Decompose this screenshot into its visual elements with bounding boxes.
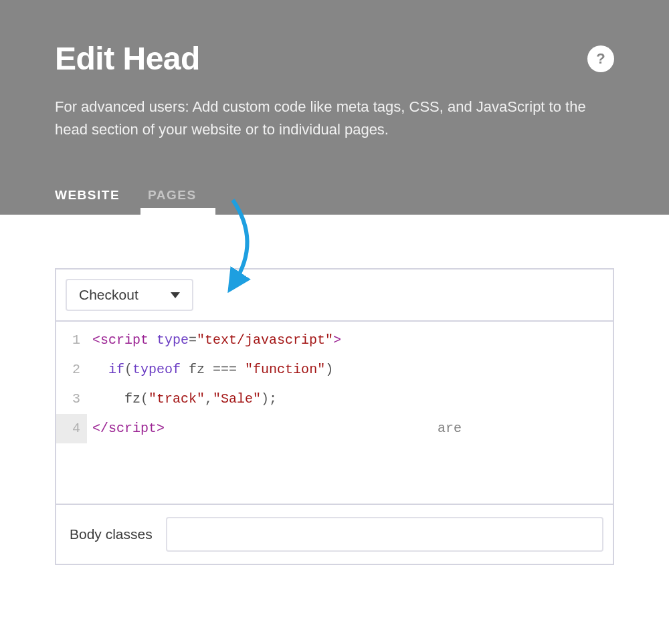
panel-toolbar: Checkout	[56, 270, 613, 322]
code-line: 1 <script type="text/javascript">	[56, 326, 613, 355]
title-row: Edit Head ?	[55, 40, 614, 77]
line-number: 1	[56, 326, 87, 355]
page-title: Edit Head	[55, 40, 200, 77]
help-icon: ?	[596, 50, 605, 68]
page-select-dropdown[interactable]: Checkout	[66, 279, 193, 311]
code-line: 4 </script>	[56, 414, 613, 443]
stray-text: are	[438, 414, 462, 443]
tab-underline	[140, 208, 215, 215]
body-classes-label: Body classes	[66, 526, 153, 542]
content: Checkout 1 <script type="text/javascript…	[0, 215, 669, 592]
body-classes-input[interactable]	[166, 517, 603, 552]
code-text: if(typeof fz === "function")	[87, 355, 333, 385]
code-line: 2 if(typeof fz === "function")	[56, 355, 613, 385]
help-button[interactable]: ?	[587, 45, 614, 72]
page-select-label: Checkout	[79, 287, 138, 303]
header: Edit Head ? For advanced users: Add cust…	[0, 0, 669, 215]
editor-panel: Checkout 1 <script type="text/javascript…	[55, 268, 614, 565]
line-number: 3	[56, 385, 87, 414]
tabs: WEBSITE PAGES	[55, 188, 614, 215]
code-line: 3 fz("track","Sale");	[56, 385, 613, 414]
line-number: 4	[56, 414, 87, 443]
chevron-down-icon	[171, 292, 180, 298]
tab-website[interactable]: WEBSITE	[55, 188, 120, 215]
page-description: For advanced users: Add custom code like…	[55, 96, 614, 141]
code-editor[interactable]: 1 <script type="text/javascript"> 2 if(t…	[56, 322, 613, 504]
body-classes-row: Body classes	[56, 504, 613, 564]
code-text: </script>	[87, 414, 165, 443]
code-text: fz("track","Sale");	[87, 385, 277, 414]
code-text: <script type="text/javascript">	[87, 326, 341, 355]
line-number: 2	[56, 355, 87, 385]
